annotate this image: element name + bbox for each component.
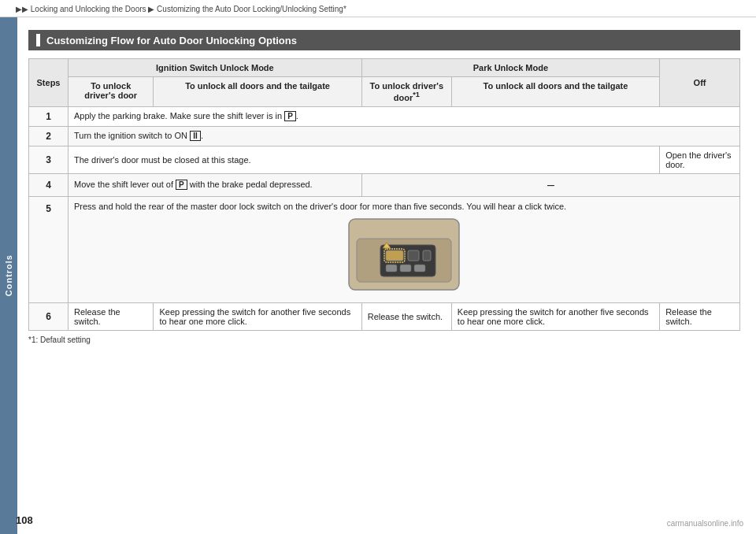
step-2-content: Turn the ignition switch to ON II. <box>69 126 740 146</box>
main-content: Customizing Flow for Auto Door Unlocking… <box>17 17 756 534</box>
table-row: 2 Turn the ignition switch to ON II. <box>29 126 740 146</box>
table-header-row-1: Steps Ignition Switch Unlock Mode Park U… <box>29 59 740 77</box>
table-row: 1 Apply the parking brake. Make sure the… <box>29 106 740 126</box>
step-number: 4 <box>29 173 69 196</box>
breadcrumb-arrow: ▶▶ <box>16 5 28 13</box>
step-6-col4: Keep pressing the switch for another fiv… <box>451 302 659 330</box>
svg-rect-5 <box>423 250 431 261</box>
table-row: 5 Press and hold the rear of the master … <box>29 196 740 302</box>
step-3-col5: Open the driver's door. <box>660 146 740 173</box>
section-title: Customizing Flow for Auto Door Unlocking… <box>46 35 297 46</box>
step-6-col2: Keep pressing the switch for another fiv… <box>154 302 361 330</box>
step-6-col3: Release the switch. <box>361 302 451 330</box>
inline-box-p2: P <box>176 180 187 190</box>
table-row: 4 Move the shift lever out of P with the… <box>29 173 740 196</box>
door-switch-image <box>341 211 467 298</box>
section-bar-icon <box>36 34 40 46</box>
col-ignition-header: Ignition Switch Unlock Mode <box>69 59 362 77</box>
inline-box-p: P <box>284 111 296 121</box>
breadcrumb-item-1: Locking and Unlocking the Doors <box>31 5 146 13</box>
step-number: 5 <box>29 196 69 302</box>
step-3-col1: The driver's door must be closed at this… <box>69 146 660 173</box>
svg-rect-8 <box>414 265 425 272</box>
sidebar-tab: Controls <box>0 17 17 534</box>
col-off-header: Off <box>660 59 740 107</box>
breadcrumb: ▶▶ Locking and Unlocking the Doors ▶ Cus… <box>0 0 756 17</box>
col-steps-header: Steps <box>29 59 69 107</box>
page-number: 108 <box>16 514 33 526</box>
step-4-col1: Move the shift lever out of P with the b… <box>69 173 362 196</box>
step-number: 3 <box>29 146 69 173</box>
footnote: *1: Default setting <box>28 336 740 344</box>
step-1-content: Apply the parking brake. Make sure the s… <box>69 106 740 126</box>
step-5-content: Press and hold the rear of the master do… <box>69 196 740 302</box>
step-number: 2 <box>29 126 69 146</box>
section-heading: Customizing Flow for Auto Door Unlocking… <box>28 30 740 50</box>
svg-rect-4 <box>408 250 419 261</box>
col-park-header: Park Unlock Mode <box>361 59 659 77</box>
inline-box-ii: II <box>190 131 201 141</box>
svg-rect-7 <box>400 265 411 272</box>
col-ignition-sub1: To unlock driver's door <box>69 77 154 107</box>
main-table: Steps Ignition Switch Unlock Mode Park U… <box>28 58 740 331</box>
svg-rect-6 <box>386 265 397 272</box>
table-row: 6 Release the switch. Keep pressing the … <box>29 302 740 330</box>
step-6-col5: Release the switch. <box>660 302 740 330</box>
sidebar-label: Controls <box>4 254 13 296</box>
col-ignition-sub2: To unlock all doors and the tailgate <box>154 77 361 107</box>
breadcrumb-item-2: Customizing the Auto Door Locking/Unlock… <box>157 5 346 13</box>
step-number: 6 <box>29 302 69 330</box>
table-header-row-2: To unlock driver's door To unlock all do… <box>29 77 740 107</box>
table-row: 3 The driver's door must be closed at th… <box>29 146 740 173</box>
step-5-text: Press and hold the rear of the master do… <box>74 202 734 211</box>
svg-rect-3 <box>386 250 403 261</box>
breadcrumb-arrow-2: ▶ <box>148 5 154 13</box>
step-number: 1 <box>29 106 69 126</box>
step-6-col1: Release the switch. <box>69 302 154 330</box>
watermark: carmanualsonline.info <box>667 519 743 528</box>
door-switch-svg <box>345 215 463 294</box>
col-park-sub2: To unlock all doors and the tailgate <box>451 77 659 107</box>
col-park-sub1: To unlock driver's door*1 <box>361 77 451 107</box>
step-4-dash: – <box>361 173 739 196</box>
